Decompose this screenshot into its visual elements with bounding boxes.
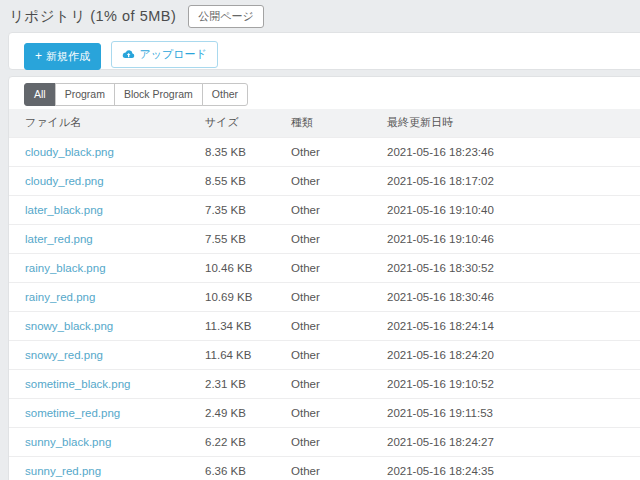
file-size: 7.55 KB — [205, 233, 291, 245]
file-updated: 2021-05-16 18:24:14 — [387, 320, 640, 332]
create-new-label: 新規作成 — [46, 49, 90, 64]
file-size: 11.34 KB — [205, 320, 291, 332]
table-row: cloudy_red.png 8.55 KB Other 2021-05-16 … — [9, 166, 640, 195]
table-card: All Program Block Program Other ファイル名 サイ… — [8, 76, 640, 480]
create-new-button[interactable]: + 新規作成 — [24, 43, 101, 70]
file-link[interactable]: sometime_red.png — [25, 407, 120, 419]
table-row: sunny_red.png 6.36 KB Other 2021-05-16 1… — [9, 456, 640, 480]
column-header-updated: 最終更新日時 — [387, 115, 640, 130]
upload-label: アップロード — [139, 47, 206, 62]
file-size: 8.55 KB — [205, 175, 291, 187]
file-type: Other — [291, 436, 387, 448]
file-type: Other — [291, 262, 387, 274]
file-updated: 2021-05-16 19:11:53 — [387, 407, 640, 419]
table-body: cloudy_black.png 8.35 KB Other 2021-05-1… — [9, 137, 640, 480]
file-updated: 2021-05-16 19:10:52 — [387, 378, 640, 390]
plus-icon: + — [35, 50, 42, 62]
file-type: Other — [291, 291, 387, 303]
column-header-filename: ファイル名 — [25, 115, 205, 130]
file-updated: 2021-05-16 18:24:20 — [387, 349, 640, 361]
file-size: 7.35 KB — [205, 204, 291, 216]
table-header: ファイル名 サイズ 種類 最終更新日時 — [9, 109, 640, 137]
cloud-upload-icon — [122, 49, 135, 60]
file-updated: 2021-05-16 18:24:27 — [387, 436, 640, 448]
table-row: rainy_black.png 10.46 KB Other 2021-05-1… — [9, 253, 640, 282]
file-link[interactable]: sunny_red.png — [25, 465, 101, 477]
file-type: Other — [291, 465, 387, 477]
table-row: sometime_red.png 2.49 KB Other 2021-05-1… — [9, 398, 640, 427]
file-type: Other — [291, 204, 387, 216]
file-type: Other — [291, 146, 387, 158]
table-row: sometime_black.png 2.31 KB Other 2021-05… — [9, 369, 640, 398]
file-size: 8.35 KB — [205, 146, 291, 158]
table-row: sunny_black.png 6.22 KB Other 2021-05-16… — [9, 427, 640, 456]
table-row: snowy_red.png 11.64 KB Other 2021-05-16 … — [9, 340, 640, 369]
column-header-size: サイズ — [205, 115, 291, 130]
file-type: Other — [291, 175, 387, 187]
file-updated: 2021-05-16 18:23:46 — [387, 146, 640, 158]
table-row: snowy_black.png 11.34 KB Other 2021-05-1… — [9, 311, 640, 340]
file-updated: 2021-05-16 18:24:35 — [387, 465, 640, 477]
table-row: cloudy_black.png 8.35 KB Other 2021-05-1… — [9, 137, 640, 166]
tab-block-program[interactable]: Block Program — [114, 83, 203, 106]
file-updated: 2021-05-16 19:10:40 — [387, 204, 640, 216]
file-link[interactable]: later_red.png — [25, 233, 93, 245]
file-link[interactable]: snowy_red.png — [25, 349, 103, 361]
file-link[interactable]: sunny_black.png — [25, 436, 111, 448]
table-row: later_black.png 7.35 KB Other 2021-05-16… — [9, 195, 640, 224]
public-page-button[interactable]: 公開ページ — [188, 5, 264, 28]
file-size: 10.69 KB — [205, 291, 291, 303]
file-link[interactable]: cloudy_red.png — [25, 175, 104, 187]
file-size: 6.36 KB — [205, 465, 291, 477]
file-link[interactable]: later_black.png — [25, 204, 103, 216]
file-size: 10.46 KB — [205, 262, 291, 274]
file-link[interactable]: cloudy_black.png — [25, 146, 114, 158]
file-size: 11.64 KB — [205, 349, 291, 361]
tab-all[interactable]: All — [24, 83, 56, 106]
file-link[interactable]: rainy_black.png — [25, 262, 106, 274]
upload-button[interactable]: アップロード — [111, 41, 217, 68]
file-size: 2.31 KB — [205, 378, 291, 390]
file-type: Other — [291, 378, 387, 390]
tab-other[interactable]: Other — [202, 83, 248, 106]
page-title: リポジトリ (1% of 5MB) — [9, 7, 176, 26]
file-link[interactable]: snowy_black.png — [25, 320, 113, 332]
table-row: later_red.png 7.55 KB Other 2021-05-16 1… — [9, 224, 640, 253]
file-size: 2.49 KB — [205, 407, 291, 419]
file-updated: 2021-05-16 19:10:46 — [387, 233, 640, 245]
file-type: Other — [291, 407, 387, 419]
page-header: リポジトリ (1% of 5MB) 公開ページ — [0, 0, 640, 32]
file-size: 6.22 KB — [205, 436, 291, 448]
file-updated: 2021-05-16 18:30:46 — [387, 291, 640, 303]
file-type: Other — [291, 233, 387, 245]
file-link[interactable]: sometime_black.png — [25, 378, 130, 390]
column-header-type: 種類 — [291, 115, 387, 130]
file-type: Other — [291, 349, 387, 361]
filter-tabs: All Program Block Program Other — [9, 77, 640, 109]
toolbar-card: + 新規作成 アップロード — [8, 32, 640, 70]
file-updated: 2021-05-16 18:17:02 — [387, 175, 640, 187]
tab-program[interactable]: Program — [55, 83, 115, 106]
file-type: Other — [291, 320, 387, 332]
file-link[interactable]: rainy_red.png — [25, 291, 95, 303]
file-updated: 2021-05-16 18:30:52 — [387, 262, 640, 274]
table-row: rainy_red.png 10.69 KB Other 2021-05-16 … — [9, 282, 640, 311]
